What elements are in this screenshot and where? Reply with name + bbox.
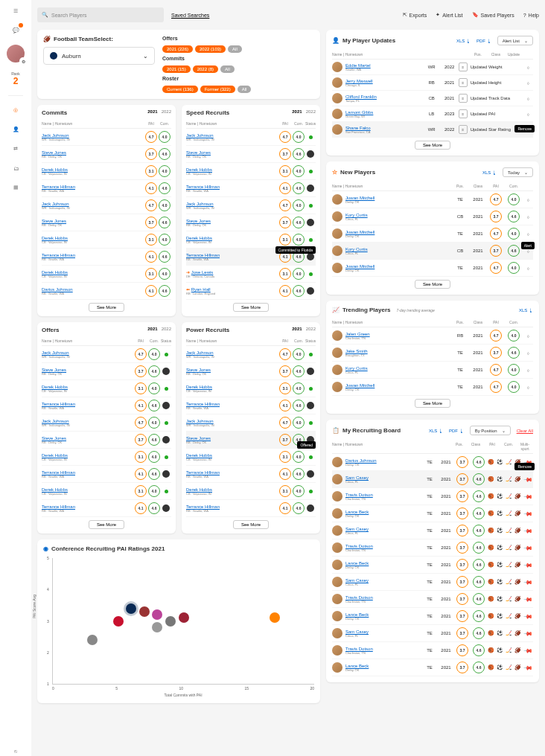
- table-row[interactable]: Sam CaseyCitrus, FLTE2021 3.7 4.6 🏀⚽🏒🏈 📌: [332, 471, 533, 488]
- pin-icon[interactable]: 📌: [523, 645, 532, 655]
- alert-toggle-icon[interactable]: ⬨: [523, 384, 533, 391]
- table-row[interactable]: Terrance HillmanRB · Seattle, WA 4.1 4.6: [42, 397, 171, 414]
- chart-point[interactable]: [139, 606, 150, 617]
- table-row[interactable]: Steve JonesRB · Derby, OK 3.7 4.6: [186, 363, 316, 380]
- menu-icon[interactable]: ☰: [10, 6, 21, 16]
- xls-export[interactable]: XLS ⭳: [429, 429, 443, 433]
- pin-icon[interactable]: 📌: [523, 560, 532, 569]
- gear-icon[interactable]: ⚙: [19, 57, 27, 65]
- table-row[interactable]: Travis DotsonCharleston, TNTE2021 3.7 4.…: [332, 642, 533, 659]
- see-more-button[interactable]: See More: [415, 141, 450, 150]
- chart-point[interactable]: [165, 616, 176, 627]
- nav-compare-icon[interactable]: ⇄: [10, 144, 21, 154]
- year-tab[interactable]: 2021: [292, 109, 302, 114]
- notif-icon[interactable]: 💬: [10, 25, 21, 36]
- table-row[interactable]: Terrance HillmanRB · Seattle, WA 4.1 4.6: [42, 466, 171, 483]
- table-row[interactable]: Darius JohnsonDerby, OKTE2021 3.7 4.6 🏀⚽…: [332, 454, 533, 471]
- team-dropdown[interactable]: Auburn ⌄: [43, 47, 155, 65]
- table-row[interactable]: Steve JonesRB · Derby, OK 3.7 4.6: [42, 214, 171, 231]
- panel-dropdown[interactable]: Today ⌄: [503, 167, 533, 177]
- alert-toggle-icon[interactable]: ⬨: [523, 333, 533, 339]
- table-row[interactable]: Derek HobbsCB · Valparaiso, IN 3.1 4.0: [186, 449, 316, 466]
- table-row[interactable]: Juwan MitchellDerby, OKTE2021 4.7 4.0 ⬨: [332, 379, 533, 396]
- table-row[interactable]: Jack JohnsonWR · Indianapolis, IN 4.7 4.…: [186, 346, 316, 363]
- table-row[interactable]: Shane FalcoSan Francisco, CAWR2022 ≡Upda…: [332, 122, 533, 138]
- table-row[interactable]: Sam CaseyCitrus, FLTE2021 3.7 4.6 🏀⚽🏒🏈 📌: [332, 522, 533, 539]
- table-row[interactable]: Steve JonesRB · Derby, OK 3.7 4.6: [186, 432, 316, 449]
- filter-pill[interactable]: All: [228, 45, 242, 53]
- table-row[interactable]: Derek HobbsCB · Valparaiso, IN 3.1 4.0: [42, 483, 171, 500]
- table-row[interactable]: Terrance HillmanRB · Seattle, WA 4.1 4.6: [42, 180, 171, 197]
- pin-icon[interactable]: 📌: [523, 474, 532, 484]
- table-row[interactable]: Derek HobbsCB · Valparaiso, IN 3.1 4.0: [42, 380, 171, 397]
- table-row[interactable]: Terrance HillmanRB · Seattle, WA 4.1 4.6: [186, 500, 316, 517]
- see-more-button[interactable]: See More: [415, 280, 450, 289]
- xls-export[interactable]: XLS ⭳: [519, 308, 533, 313]
- filter-pill[interactable]: All: [220, 65, 235, 73]
- table-row[interactable]: ⬅ Ryan HallRB · London, England 4.1 4.6: [186, 283, 316, 300]
- alert-toggle-icon[interactable]: ⬨: [523, 80, 533, 86]
- exports-link[interactable]: ⇱Exports: [403, 12, 427, 18]
- search-input[interactable]: 🔍 Search Players: [37, 7, 164, 22]
- table-row[interactable]: Lance BeckDerby, OKTE2021 3.7 4.6 🏀⚽🏒🏈 📌: [332, 505, 533, 522]
- table-row[interactable]: Jack JohnsonWR · Indianapolis, IN 4.7 4.…: [42, 346, 171, 363]
- avatar[interactable]: ⚙: [7, 45, 25, 63]
- table-row[interactable]: Lance BeckDerby, OKTE2021 3.7 4.6 🏀⚽🏒🏈 📌: [332, 608, 533, 625]
- alert-toggle-icon[interactable]: ⬨: [523, 95, 533, 102]
- chart-point[interactable]: [126, 603, 136, 614]
- table-row[interactable]: Terrance HillmanRB · Seattle, WA 4.1 4.6: [186, 466, 316, 483]
- table-row[interactable]: Jack JohnsonWR · Indianapolis, IN 4.7 4.…: [186, 197, 316, 214]
- see-more-button[interactable]: See More: [89, 520, 124, 529]
- table-row[interactable]: Lamont GibbsGreen Bay, WILB2023 ≡Updated…: [332, 106, 533, 122]
- chart-point[interactable]: [152, 609, 162, 620]
- table-row[interactable]: Sam CaseyCitrus, FLTE2021 3.7 4.6 🏀⚽🏒🏈 📌: [332, 574, 533, 591]
- pin-icon[interactable]: 📌: [523, 662, 532, 672]
- filter-pill[interactable]: 2022 (8): [193, 65, 218, 73]
- table-row[interactable]: Lance BeckDerby, OKTE2021 3.7 4.6 🏀⚽🏒🏈 📌: [332, 659, 533, 676]
- table-row[interactable]: Juwan MitchellDerby, OKTE2021 4.7 4.0 ⬨: [332, 260, 533, 277]
- saved-searches-link[interactable]: Saved Searches: [171, 13, 209, 18]
- alert-toggle-icon[interactable]: ⬨: [523, 111, 533, 118]
- filter-pill[interactable]: 2021 (15): [162, 65, 191, 73]
- pin-icon[interactable]: 📌: [523, 491, 532, 501]
- logout-icon[interactable]: ⎋: [10, 746, 21, 756]
- table-row[interactable]: Steve JonesRB · Derby, OK 3.7 4.6: [42, 363, 171, 380]
- table-row[interactable]: Jack JohnsonWR · Indianapolis, IN 4.7 4.…: [42, 197, 171, 214]
- table-row[interactable]: Travis DotsonCharleston, TNTE2021 3.7 4.…: [332, 488, 533, 505]
- pdf-export[interactable]: PDF ⭳: [477, 39, 491, 43]
- table-row[interactable]: Steve JonesRB · Derby, OK 3.7 4.6: [42, 146, 171, 163]
- filter-pill[interactable]: Current (136): [162, 86, 198, 93]
- pin-icon[interactable]: 📌: [523, 542, 532, 552]
- year-tab[interactable]: 2022: [306, 109, 316, 114]
- filter-pill[interactable]: 2022 (103): [195, 45, 226, 53]
- table-row[interactable]: Jack JohnsonWR · Indianapolis, IN 4.7 4.…: [42, 129, 171, 146]
- table-row[interactable]: Sam CaseyCitrus, FLTE2021 3.7 4.6 🏀⚽🏒🏈 📌: [332, 625, 533, 642]
- chart-point[interactable]: [113, 616, 124, 627]
- table-row[interactable]: Derek HobbsCB · Valparaiso, IN 3.1 4.0: [186, 380, 316, 397]
- year-tab[interactable]: 2021: [147, 109, 157, 114]
- table-row[interactable]: Terrance HillmanRB · Seattle, WA 4.1 4.6: [186, 180, 316, 197]
- table-row[interactable]: Steve JonesRB · Derby, OK 3.7 4.6: [186, 214, 316, 231]
- table-row[interactable]: Derek HobbsCB · Valparaiso, IN 3.1 4.0: [186, 163, 316, 180]
- pin-icon[interactable]: 📌: [523, 628, 532, 638]
- see-more-button[interactable]: See More: [89, 303, 124, 312]
- table-row[interactable]: Jalen GreenCharleston, TNRB2021 4.7 4.0 …: [332, 327, 533, 345]
- chart-point[interactable]: [270, 612, 280, 623]
- alert-toggle-icon[interactable]: ⬨: [523, 64, 533, 71]
- table-row[interactable]: Travis DotsonCharleston, TNTE2021 3.7 4.…: [332, 539, 533, 557]
- filter-pill[interactable]: All: [238, 86, 252, 93]
- alert-list-link[interactable]: ✦Alert List: [436, 12, 462, 18]
- nav-board-icon[interactable]: 🗂: [10, 163, 21, 173]
- alert-toggle-icon[interactable]: ⬨: [523, 231, 533, 237]
- chart-point[interactable]: [152, 622, 162, 632]
- see-more-button[interactable]: See More: [415, 399, 450, 408]
- saved-players-link[interactable]: 🔖Saved Players: [472, 12, 514, 18]
- year-tab[interactable]: 2022: [162, 327, 171, 331]
- panel-dropdown[interactable]: Alert List ⌄: [497, 36, 533, 45]
- filter-pill[interactable]: Former (322): [200, 86, 235, 93]
- year-tab[interactable]: 2021: [147, 327, 157, 331]
- table-row[interactable]: Eddie MartelSeattle, WAWR2022 ≡Updated W…: [332, 60, 533, 75]
- table-row[interactable]: Clifford FranklinTampa, FLCB2021 ≡Update…: [332, 91, 533, 106]
- year-tab[interactable]: 2022: [306, 327, 316, 331]
- panel-dropdown[interactable]: By Position ⌄: [470, 426, 511, 435]
